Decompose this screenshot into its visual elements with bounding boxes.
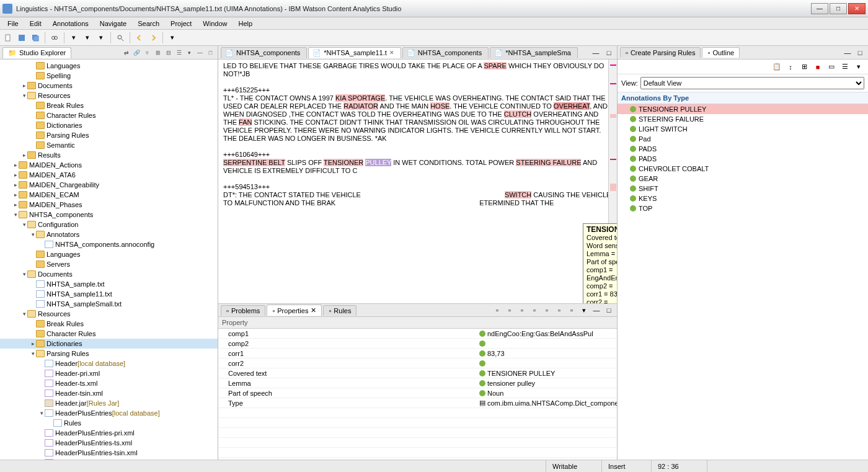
close-tab-icon[interactable]: ✕ (389, 50, 394, 56)
studio-explorer-tab[interactable]: 📁 Studio Explorer (2, 47, 71, 58)
tree-item[interactable]: Header-pri.xml (0, 368, 218, 378)
tool-3-icon[interactable]: ☰ (174, 48, 184, 57)
annotation-item[interactable]: SHIFT (618, 184, 868, 194)
anno-switch[interactable]: SWITCH (505, 191, 531, 198)
right-tab-create-parsing-rules[interactable]: ▫Create Parsing Rules (620, 47, 701, 58)
property-row[interactable]: corr183,73 (218, 349, 617, 358)
tree-item[interactable]: NHTSA_sample11.txt (0, 289, 218, 299)
property-row[interactable]: Covered textTENSIONER PULLEY (218, 368, 617, 378)
tree-item[interactable]: HeaderPlusEntries-tsin.xml (0, 448, 218, 458)
tree-item[interactable]: ▸MAIDEN_Chargeability (0, 180, 218, 190)
annotation-item[interactable]: LIGHT SWITCH (618, 124, 868, 134)
props-t1-icon[interactable]: ▫ (492, 305, 503, 316)
tree-item[interactable]: ▸MAIDEN_ATA6 (0, 170, 218, 180)
tree-item[interactable]: Semantic (0, 140, 218, 150)
menu-project[interactable]: Project (166, 19, 197, 29)
collapse-icon[interactable]: ⇄ (122, 48, 131, 57)
anno-steering-failure[interactable]: STEERING FAILURE (516, 159, 581, 166)
forward-icon[interactable] (148, 32, 159, 43)
tree-item[interactable]: Character Rules (0, 329, 218, 339)
property-row[interactable]: Type▤com.ibm.uima.NHTSAComp.Dict_compone… (218, 398, 617, 408)
editor[interactable]: LED TO BELIEVE THAT THESE GARBAGE TIRES … (218, 60, 617, 303)
tree-item[interactable]: Spelling (0, 71, 218, 81)
tree-item[interactable]: NHTSA_components.annoconfig (0, 239, 218, 249)
annotation-item[interactable]: GEAR (618, 174, 868, 184)
props-t5-icon[interactable]: ▫ (541, 305, 552, 316)
tree-item[interactable]: ▾Annotators (0, 229, 218, 239)
menu-annotations[interactable]: Annotations (48, 19, 94, 29)
anno-spare[interactable]: SPARE (484, 62, 506, 69)
right-tab-outline[interactable]: ▫Outline (702, 47, 740, 58)
property-row[interactable]: comp1ndEngCoo:Eng:Gas:BelAndAssPul (218, 329, 617, 339)
tree-item[interactable]: Servers (0, 259, 218, 269)
marker-icon[interactable]: ▾ (167, 32, 178, 43)
anno-belt[interactable]: SERPENTINE BELT (223, 159, 285, 166)
annotation-item[interactable]: STEERING FAILURE (618, 114, 868, 124)
copy-icon[interactable]: 📋 (771, 61, 782, 73)
tree-item[interactable]: Character Rules (0, 110, 218, 120)
minimize-button[interactable]: — (811, 3, 828, 14)
tool-4-icon[interactable]: ▾ (185, 48, 194, 57)
min-editor-icon[interactable]: — (590, 47, 601, 58)
props-t4-icon[interactable]: ▫ (529, 305, 540, 316)
filter-icon[interactable]: ▿ (143, 48, 152, 57)
property-row[interactable]: Part of speechNoun (218, 388, 617, 398)
tree-item[interactable]: ▾Resources (0, 91, 218, 100)
max-right-icon[interactable]: □ (854, 47, 866, 58)
anno-tensioner[interactable]: TENSIONER (324, 159, 363, 166)
editor-tab[interactable]: 📄*NHTSA_sample11.t✕ (308, 47, 401, 58)
max-editor-icon[interactable]: □ (603, 47, 614, 58)
tree-item[interactable]: ▸MAIDEN_Phases (0, 200, 218, 210)
menu-navigate[interactable]: Navigate (95, 19, 131, 29)
minimize-pane-icon[interactable]: — (195, 48, 205, 57)
annotation-item[interactable]: PADS (618, 144, 868, 154)
anno-kia[interactable]: KIA SPORTAGE (335, 94, 385, 102)
props-menu-icon[interactable]: ▾ (578, 305, 590, 316)
tree-item[interactable]: Languages (0, 249, 218, 259)
tree-item[interactable]: ▾Documents (0, 269, 218, 279)
bottom-tab-problems[interactable]: ▫Problems (221, 305, 265, 316)
tree-item[interactable]: ▾HeaderPlusEntries [local database] (0, 408, 218, 418)
tree-item[interactable]: Languages (0, 61, 218, 71)
property-row[interactable]: Lemmatensioner pulley (218, 378, 617, 388)
editor-tab[interactable]: 📄NHTSA_components (221, 47, 307, 58)
tree-item[interactable]: Dictionaries (0, 120, 218, 130)
menu-search[interactable]: Search (133, 19, 164, 29)
back-icon[interactable] (134, 32, 145, 43)
dropdown-3-icon[interactable]: ▾ (95, 32, 107, 43)
tree-item[interactable]: Header [local database] (0, 358, 218, 368)
link-icon[interactable]: 🔗 (132, 48, 141, 57)
annotation-item[interactable]: PADS (618, 154, 868, 164)
tree-item[interactable]: ▾Resources (0, 309, 218, 319)
tree-item[interactable]: NHTSA_sampleSmall.txt (0, 299, 218, 309)
annotation-item[interactable]: Pad (618, 134, 868, 144)
tree-item[interactable]: ▾Parsing Rules (0, 349, 218, 358)
dropdown-1-icon[interactable]: ▾ (68, 32, 79, 43)
anno-hose[interactable]: HOSE (430, 102, 450, 110)
props-min-icon[interactable]: — (591, 305, 602, 316)
tool-1-icon[interactable]: ⊞ (153, 48, 162, 57)
menu-icon[interactable]: ▾ (853, 61, 864, 73)
property-row[interactable]: corr2 (218, 358, 617, 368)
anno-clutch[interactable]: CLUTCH (504, 110, 532, 118)
tree-item[interactable]: ▸MAIDEN_Actions (0, 160, 218, 170)
anno-overheat[interactable]: OVERHEAT (554, 102, 590, 110)
tree-item[interactable]: ▸Results (0, 150, 218, 160)
tree-item[interactable]: HeaderPlusEntries-ts.xml (0, 438, 218, 448)
menu-file[interactable]: File (2, 19, 24, 29)
min-right-icon[interactable]: — (842, 47, 853, 58)
save-all-icon[interactable] (30, 32, 41, 43)
explorer-tree[interactable]: LanguagesSpelling▸Documents▾ResourcesBre… (0, 60, 218, 460)
search-icon[interactable] (115, 32, 126, 43)
new-icon[interactable] (2, 32, 14, 43)
tool-2-icon[interactable]: ⊟ (164, 48, 173, 57)
bottom-tab-properties[interactable]: ▫Properties✕ (267, 305, 322, 316)
tree-item[interactable]: Break Rules (0, 319, 218, 329)
tree-item[interactable]: HeaderPlusEntries-pri.xml (0, 428, 218, 438)
maximize-button[interactable]: □ (830, 3, 847, 14)
annotation-item[interactable]: TENSIONER PULLEY (618, 104, 868, 114)
bottom-tab-rules[interactable]: ▫Rules (323, 305, 356, 316)
expand-icon[interactable]: ⊞ (799, 61, 810, 73)
maximize-pane-icon[interactable]: □ (206, 48, 215, 57)
tree-item[interactable]: ▸Dictionaries (0, 339, 218, 349)
